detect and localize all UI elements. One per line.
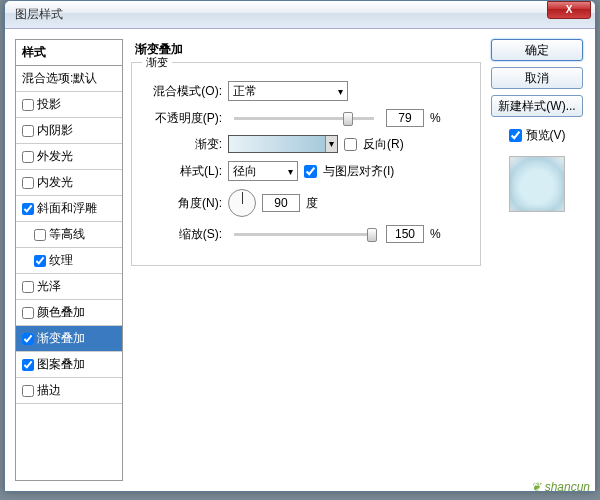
style-item-checkbox[interactable] <box>22 125 34 137</box>
angle-value[interactable]: 90 <box>262 194 300 212</box>
style-item-4[interactable]: 斜面和浮雕 <box>16 196 122 222</box>
style-item-label: 投影 <box>37 96 61 113</box>
styles-header: 样式 <box>16 40 122 66</box>
scale-value[interactable]: 150 <box>386 225 424 243</box>
style-value: 径向 <box>233 163 257 180</box>
reverse-checkbox[interactable] <box>344 138 357 151</box>
gradient-picker[interactable] <box>228 135 338 153</box>
style-item-label: 图案叠加 <box>37 356 85 373</box>
close-button[interactable]: X <box>547 1 591 19</box>
opacity-label: 不透明度(P): <box>144 110 222 127</box>
titlebar[interactable]: 图层样式 X <box>5 1 595 29</box>
style-item-label: 纹理 <box>49 252 73 269</box>
align-checkbox[interactable] <box>304 165 317 178</box>
opacity-unit: % <box>430 111 441 125</box>
watermark: ❦ shancun <box>531 478 590 494</box>
style-item-11[interactable]: 描边 <box>16 378 122 404</box>
blend-mode-label: 混合模式(O): <box>144 83 222 100</box>
style-item-label: 内发光 <box>37 174 73 191</box>
blend-options-row[interactable]: 混合选项:默认 <box>16 66 122 92</box>
style-item-checkbox[interactable] <box>22 359 34 371</box>
style-item-0[interactable]: 投影 <box>16 92 122 118</box>
settings-panel: 渐变叠加 渐变 混合模式(O): 正常 不透明度(P): 79 % 渐变: <box>131 39 481 481</box>
blend-mode-select[interactable]: 正常 <box>228 81 348 101</box>
style-item-label: 光泽 <box>37 278 61 295</box>
style-item-checkbox[interactable] <box>22 307 34 319</box>
blend-mode-value: 正常 <box>233 83 257 100</box>
style-item-checkbox[interactable] <box>22 177 34 189</box>
style-item-label: 颜色叠加 <box>37 304 85 321</box>
cancel-button[interactable]: 取消 <box>491 67 583 89</box>
style-item-3[interactable]: 内发光 <box>16 170 122 196</box>
buttons-panel: 确定 取消 新建样式(W)... 预览(V) <box>489 39 585 481</box>
style-item-checkbox[interactable] <box>22 385 34 397</box>
align-label: 与图层对齐(I) <box>323 163 394 180</box>
blend-options-label: 混合选项:默认 <box>22 70 97 87</box>
style-item-checkbox[interactable] <box>22 333 34 345</box>
window-title: 图层样式 <box>15 6 547 23</box>
dialog-content: 样式 混合选项:默认 投影内阴影外发光内发光斜面和浮雕等高线纹理光泽颜色叠加渐变… <box>5 29 595 491</box>
opacity-value[interactable]: 79 <box>386 109 424 127</box>
preview-checkbox[interactable] <box>509 129 522 142</box>
style-select[interactable]: 径向 <box>228 161 298 181</box>
style-item-label: 等高线 <box>49 226 85 243</box>
style-item-label: 外发光 <box>37 148 73 165</box>
style-item-9[interactable]: 渐变叠加 <box>16 326 122 352</box>
angle-label: 角度(N): <box>144 195 222 212</box>
style-item-checkbox[interactable] <box>34 229 46 241</box>
preview-swatch <box>509 156 565 212</box>
reverse-label: 反向(R) <box>363 136 404 153</box>
gradient-group: 渐变 混合模式(O): 正常 不透明度(P): 79 % 渐变: <box>131 62 481 266</box>
style-item-8[interactable]: 颜色叠加 <box>16 300 122 326</box>
angle-dial[interactable] <box>228 189 256 217</box>
gradient-label: 渐变: <box>144 136 222 153</box>
style-item-5[interactable]: 等高线 <box>16 222 122 248</box>
scale-label: 缩放(S): <box>144 226 222 243</box>
layer-style-dialog: 图层样式 X 样式 混合选项:默认 投影内阴影外发光内发光斜面和浮雕等高线纹理光… <box>4 0 596 492</box>
style-item-checkbox[interactable] <box>22 151 34 163</box>
watermark-text: shancun <box>545 480 590 494</box>
style-item-6[interactable]: 纹理 <box>16 248 122 274</box>
style-item-7[interactable]: 光泽 <box>16 274 122 300</box>
style-item-checkbox[interactable] <box>34 255 46 267</box>
style-item-label: 斜面和浮雕 <box>37 200 97 217</box>
style-item-checkbox[interactable] <box>22 203 34 215</box>
style-item-label: 内阴影 <box>37 122 73 139</box>
styles-list: 样式 混合选项:默认 投影内阴影外发光内发光斜面和浮雕等高线纹理光泽颜色叠加渐变… <box>15 39 123 481</box>
style-item-label: 描边 <box>37 382 61 399</box>
style-item-checkbox[interactable] <box>22 281 34 293</box>
style-item-label: 渐变叠加 <box>37 330 85 347</box>
preview-label: 预览(V) <box>526 127 566 144</box>
style-item-10[interactable]: 图案叠加 <box>16 352 122 378</box>
style-item-2[interactable]: 外发光 <box>16 144 122 170</box>
style-item-1[interactable]: 内阴影 <box>16 118 122 144</box>
new-style-button[interactable]: 新建样式(W)... <box>491 95 583 117</box>
style-label: 样式(L): <box>144 163 222 180</box>
panel-title: 渐变叠加 <box>135 41 481 58</box>
style-item-checkbox[interactable] <box>22 99 34 111</box>
scale-slider[interactable] <box>234 233 374 236</box>
scale-unit: % <box>430 227 441 241</box>
group-legend: 渐变 <box>142 55 172 70</box>
opacity-slider[interactable] <box>234 117 374 120</box>
ok-button[interactable]: 确定 <box>491 39 583 61</box>
angle-unit: 度 <box>306 195 318 212</box>
leaf-icon: ❦ <box>531 480 541 494</box>
